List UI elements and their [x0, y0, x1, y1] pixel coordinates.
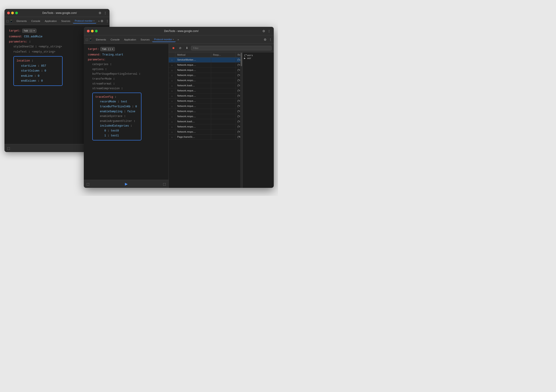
row-request — [211, 88, 236, 93]
tab-sources-back[interactable]: Sources — [59, 19, 72, 23]
minimize-button-front[interactable] — [91, 30, 94, 32]
tab-close-back[interactable]: × — [93, 20, 95, 22]
traffic-lights-back — [7, 12, 18, 14]
row-method: Network.respo.... — [175, 129, 211, 134]
row-method: Network.reque.... — [175, 63, 211, 68]
download-button[interactable]: ⬇ — [184, 46, 189, 51]
filter-input[interactable] — [191, 46, 271, 50]
close-button-back[interactable] — [7, 12, 10, 14]
expand-icon[interactable]: ⬚ — [163, 182, 166, 186]
minimize-button-back[interactable] — [11, 12, 14, 14]
row-method: ServiceWorker.... — [175, 57, 211, 63]
tab-console-back[interactable]: Console — [30, 19, 42, 23]
back-location-box: location : startLine : 857 startColumn :… — [13, 56, 62, 86]
table-row[interactable]: ↓ Network.loadi.... {"reques... — [169, 83, 240, 88]
row-request — [211, 124, 236, 129]
back-loc-startcol: startColumn : 0 — [21, 68, 59, 74]
more-icon-front[interactable]: ⋮ — [268, 29, 271, 33]
row-arrow: ↓ — [169, 119, 175, 124]
row-method: Page.frameSt.... — [175, 135, 211, 140]
front-target-select[interactable]: Tab () ▾ — [100, 47, 115, 51]
th-arrow — [169, 52, 175, 57]
right-panel: ⏺ ⊘ ⬇ Method Requ... Response El.↑ — [169, 44, 274, 188]
right-panel-body: Method Requ... Response El.↑ ↓ ServiceWo… — [169, 52, 274, 188]
more-tabs-front[interactable]: » — [178, 38, 179, 41]
table-row[interactable]: ↓ Network.respo.... {"reques... — [169, 129, 240, 135]
settings-icon-front[interactable]: ⚙ — [262, 29, 265, 33]
response-side-panel: {"vers▶ ver — [242, 52, 274, 188]
table-row[interactable]: ↓ Network.reque.... {"reques... — [169, 99, 240, 104]
table-row[interactable]: ↓ Network.respo.... {"reques... — [169, 109, 240, 114]
table-row[interactable]: ↓ Network.reque.... {"reques... — [169, 94, 240, 99]
tab-application-back[interactable]: Application — [43, 19, 59, 23]
table-row[interactable]: ↓ Network.reque.... {"reques... — [169, 104, 240, 109]
front-param-streamcompression: streamCompression : — [92, 86, 164, 91]
front-param-categories: categories : — [92, 62, 164, 67]
close-button-front[interactable] — [87, 30, 90, 32]
front-tc-cats-list: 0 : test0 1 : test1 — [104, 129, 138, 138]
row-request — [211, 114, 236, 119]
settings-icon[interactable]: ⚙ — [99, 11, 101, 15]
th-method[interactable]: Method — [175, 52, 211, 57]
dots-icon-back[interactable]: ⋮ — [106, 19, 109, 23]
front-command-line: command: Tracing.start — [88, 53, 164, 57]
console-icon-back[interactable]: ⬚ — [7, 147, 10, 150]
tab-protocol-monitor-back[interactable]: Protocol monitor × — [73, 19, 96, 24]
response-preview: {"vers▶ ver — [244, 54, 253, 60]
th-request[interactable]: Requ... — [211, 52, 236, 57]
row-method: Network.reque.... — [175, 99, 211, 103]
back-target-select[interactable]: Tab () ▾ — [22, 29, 36, 33]
maximize-button-front[interactable] — [95, 30, 98, 32]
table-row[interactable]: ↓ Network.respo.... {"reques... — [169, 78, 240, 83]
front-tc-enablesampling: enableSampling : false — [100, 109, 138, 114]
tab-close-front[interactable]: × — [173, 38, 174, 41]
inspect-icon: ⬚ — [6, 19, 9, 23]
table-row[interactable]: ↓ Network.respo.... {"reques... — [169, 124, 240, 129]
traffic-lights-front — [87, 30, 98, 32]
more-tabs-back[interactable]: » — [98, 20, 100, 22]
front-tc-includedcats: includedCategories : — [100, 124, 138, 129]
maximize-button-back[interactable] — [15, 12, 18, 14]
scrollbar[interactable] — [240, 52, 242, 188]
row-request — [211, 83, 236, 88]
table-row[interactable]: ↓ Network.reque.... {"reques... — [169, 88, 240, 94]
front-tc-cat-1: 1 : test1 — [104, 133, 138, 138]
tab-protocol-monitor-front[interactable]: Protocol monitor × — [152, 37, 176, 42]
table-row[interactable]: ↓ Network.reque.... {"reques... — [169, 68, 240, 73]
tab-application-front[interactable]: Application — [122, 37, 138, 42]
row-arrow: ↓ — [169, 73, 175, 78]
tab-elements-front[interactable]: Elements — [94, 37, 108, 42]
back-toolbar-icons: ⚙ ⋮ — [99, 11, 107, 15]
row-request — [211, 135, 236, 140]
row-method: Network.loadi.... — [175, 83, 211, 88]
left-panel-bottom: ⬚ ▶ ⬚ — [84, 180, 169, 188]
row-response: {"reques... — [236, 94, 240, 98]
device-icon: 📱 — [10, 19, 13, 23]
th-response[interactable]: Response — [236, 52, 240, 57]
row-method: Network.loadi.... — [175, 119, 211, 124]
record-button[interactable]: ⏺ — [171, 46, 176, 51]
front-traceconfig-box: traceConfig : recordMode : test traceBuf… — [92, 93, 141, 141]
row-response: {"reques... — [236, 73, 240, 78]
tab-elements-back[interactable]: Elements — [15, 19, 29, 23]
front-tc-enableargfilter: enableArgumentFilter : — [100, 119, 138, 124]
table-row[interactable]: ↓ Network.loadi.... {"reques... — [169, 119, 240, 124]
dots-icon-front[interactable]: ⋮ — [269, 38, 272, 41]
clear-button[interactable]: ⊘ — [178, 46, 183, 51]
table-row[interactable]: ↓ Network.reque.... {"reques... — [169, 63, 240, 68]
table-row[interactable]: ↓ ServiceWorker.... {"versio... — [169, 57, 240, 63]
device-icon-front: 📱 — [89, 38, 92, 41]
tab-console-front[interactable]: Console — [109, 37, 121, 42]
table-row[interactable]: ↓ Network.respo.... {"reques... — [169, 73, 240, 78]
more-icon[interactable]: ⋮ — [104, 11, 107, 15]
console-dock-icon[interactable]: ⬚ — [86, 182, 89, 186]
scrollbar-thumb[interactable] — [241, 53, 242, 66]
tab-sources-front[interactable]: Sources — [139, 37, 151, 42]
send-button[interactable]: ▶ — [125, 182, 128, 186]
row-response: {"versio... — [236, 57, 240, 63]
table-row[interactable]: ↓ Network.respo.... {"reques... — [169, 114, 240, 119]
table-row[interactable]: ↓ Page.frameSt.... {"frameI... — [169, 135, 240, 140]
row-method: Network.respo.... — [175, 73, 211, 78]
gear-icon-back[interactable]: ⚙ — [100, 19, 103, 23]
gear-icon-front[interactable]: ⚙ — [264, 38, 267, 41]
